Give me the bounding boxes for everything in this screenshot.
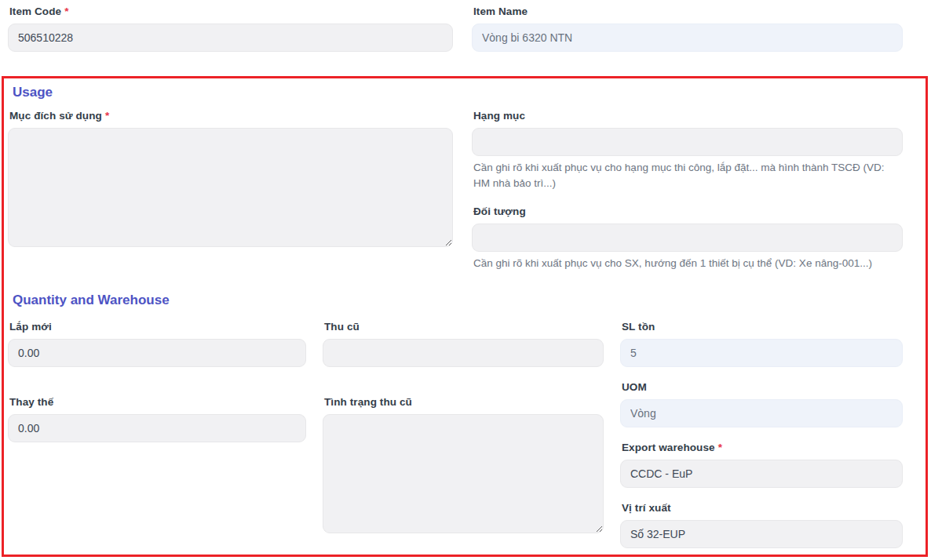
export-location-label: Vị trí xuất [622, 501, 903, 515]
replacement-field: Thay thế [8, 395, 306, 548]
old-condition-label: Tình trạng thu cũ [324, 395, 604, 409]
new-install-input[interactable] [8, 339, 306, 367]
category-field: Hạng mục Cần ghi rõ khi xuất phục vụ cho… [472, 109, 903, 192]
usage-section-title: Usage [13, 84, 903, 101]
uom-label: UOM [622, 380, 903, 394]
export-warehouse-field: Export warehouse* [620, 441, 903, 488]
target-helper-text: Cần ghi rõ khi xuất phục vụ cho SX, hướn… [473, 256, 903, 271]
stock-qty-label: SL tồn [622, 320, 903, 333]
quantity-grid: Lắp mới Thu cũ Thay thế Tình trạng thu c… [8, 320, 903, 548]
required-asterisk: * [105, 110, 109, 122]
category-input[interactable] [472, 128, 903, 156]
stock-qty-field: SL tồn [620, 320, 903, 367]
returned-old-input[interactable] [323, 339, 604, 367]
usage-right-column: Hạng mục Cần ghi rõ khi xuất phục vụ cho… [472, 109, 903, 271]
item-export-form-page: Item Code* Item Name Usage Mục đích sử d… [0, 0, 931, 560]
stock-qty-input [620, 339, 903, 367]
old-condition-field: Tình trạng thu cũ [323, 395, 604, 548]
uom-input [620, 399, 903, 427]
purpose-textarea[interactable] [8, 128, 453, 247]
category-label: Hạng mục [473, 109, 903, 122]
target-field: Đối tượng Cần ghi rõ khi xuất phục vụ ch… [472, 205, 903, 271]
highlight-box-content: Usage Mục đích sử dụng* Hạng mục Cần ghi… [4, 78, 926, 548]
returned-old-field: Thu cũ [323, 320, 604, 382]
replacement-input[interactable] [8, 414, 306, 442]
new-install-field: Lắp mới [8, 320, 306, 382]
export-warehouse-label: Export warehouse* [622, 441, 903, 454]
quantity-section-title: Quantity and Warehouse [13, 292, 903, 309]
item-code-field: Item Code* [8, 5, 453, 52]
item-name-input [472, 24, 903, 52]
purpose-label: Mục đích sử dụng* [9, 109, 453, 122]
export-location-field: Vị trí xuất [620, 501, 903, 548]
export-warehouse-label-text: Export warehouse [622, 442, 715, 453]
target-input[interactable] [472, 224, 903, 252]
replacement-label: Thay thế [9, 395, 306, 409]
highlight-box: Usage Mục đích sử dụng* Hạng mục Cần ghi… [2, 76, 928, 557]
item-code-input[interactable] [8, 24, 453, 52]
usage-grid: Mục đích sử dụng* Hạng mục Cần ghi rõ kh… [8, 109, 903, 271]
purpose-label-text: Mục đích sử dụng [9, 110, 102, 122]
new-install-label: Lắp mới [9, 320, 306, 333]
category-helper-text: Cần ghi rõ khi xuất phục vụ cho hạng mục… [473, 160, 903, 192]
item-code-label: Item Code* [9, 5, 453, 18]
purpose-field: Mục đích sử dụng* [8, 109, 453, 271]
required-asterisk: * [64, 5, 68, 17]
item-name-label: Item Name [473, 5, 903, 18]
returned-old-label: Thu cũ [324, 320, 604, 333]
old-condition-textarea[interactable] [323, 414, 604, 533]
item-name-field: Item Name [472, 5, 903, 52]
export-warehouse-input[interactable] [620, 460, 903, 488]
uom-field: UOM [620, 380, 903, 427]
export-location-input[interactable] [620, 520, 903, 548]
required-asterisk: * [718, 442, 722, 453]
target-label: Đối tượng [473, 205, 903, 218]
item-identity-row: Item Code* Item Name [8, 5, 903, 52]
warehouse-column: SL tồn UOM Export warehouse* Vị trí xuất [620, 320, 903, 548]
item-code-label-text: Item Code [9, 5, 61, 17]
